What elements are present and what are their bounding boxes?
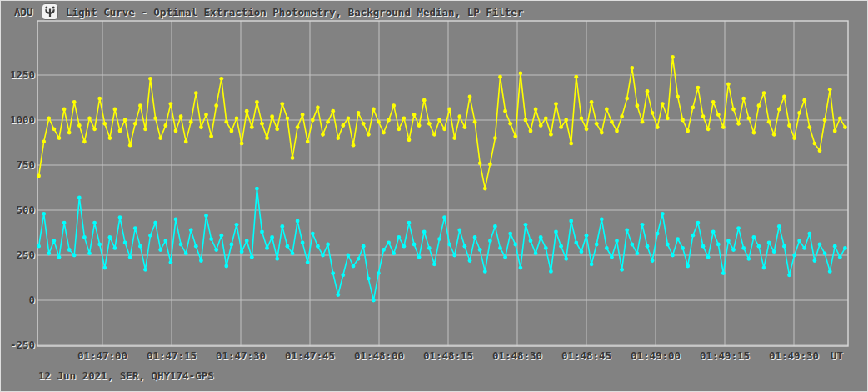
yellow-lightcurve-point: [452, 136, 456, 140]
cyan-lightcurve-point: [97, 243, 102, 247]
cyan-lightcurve-point: [230, 243, 234, 247]
yellow-lightcurve-point: [331, 109, 335, 113]
cyan-lightcurve-point: [372, 299, 376, 303]
yellow-lightcurve-point: [559, 125, 563, 129]
yellow-lightcurve-point: [67, 131, 72, 135]
yellow-lightcurve-point: [508, 122, 512, 126]
yellow-lightcurve-point: [209, 134, 213, 138]
cyan-lightcurve-point: [432, 262, 436, 266]
yellow-lightcurve-point: [174, 129, 178, 133]
yellow-lightcurve-point: [316, 105, 320, 109]
cyan-lightcurve-point: [153, 221, 157, 225]
cyan-lightcurve-point: [676, 237, 680, 241]
yellow-lightcurve-point: [564, 118, 568, 123]
cyan-lightcurve-point: [265, 246, 269, 250]
cyan-lightcurve-line: [39, 188, 846, 300]
cyan-lightcurve-point: [716, 243, 721, 247]
x-axis-tick-label: 01:48:00: [346, 349, 412, 362]
cyan-lightcurve-point: [772, 249, 776, 254]
cyan-lightcurve-point: [347, 254, 351, 258]
yellow-lightcurve-point: [123, 118, 127, 123]
cyan-lightcurve-point: [447, 243, 451, 247]
yellow-lightcurve-point: [47, 116, 51, 120]
yellow-lightcurve-point: [87, 116, 92, 120]
y-axis-tick-label: 1250: [3, 68, 35, 81]
yellow-lightcurve-point: [230, 129, 234, 133]
y-axis-tick-label: 1000: [3, 113, 35, 126]
cyan-lightcurve-point: [534, 251, 538, 255]
cyan-lightcurve-point: [498, 246, 502, 250]
yellow-lightcurve-point: [777, 108, 781, 112]
cyan-lightcurve-point: [559, 244, 563, 249]
cyan-lightcurve-point: [341, 273, 345, 277]
cyan-lightcurve-point: [802, 246, 806, 250]
yellow-lightcurve-point: [534, 108, 538, 112]
yellow-lightcurve-point: [529, 129, 533, 133]
cyan-lightcurve-point: [691, 234, 695, 238]
cyan-lightcurve-point: [118, 215, 122, 219]
x-axis-tick-label: 01:47:00: [69, 349, 136, 362]
yellow-lightcurve-point: [595, 122, 599, 126]
cyan-lightcurve-point: [585, 234, 589, 238]
footer-info-label: 12 Jun 2021, SER, QHY174-GPS: [38, 369, 214, 382]
cyan-lightcurve-point: [807, 232, 811, 236]
cyan-lightcurve-point: [488, 239, 492, 243]
yellow-lightcurve-point: [483, 187, 487, 191]
cyan-lightcurve-point: [352, 264, 356, 269]
yellow-lightcurve-point: [382, 131, 386, 135]
yellow-lightcurve-point: [108, 136, 112, 140]
yellow-lightcurve-point: [432, 133, 436, 137]
yellow-lightcurve-point: [473, 120, 477, 124]
light-curve-window: ADU Light Curve - Optimal Extraction Pho…: [0, 0, 868, 392]
y-axis-tick-label: -250: [3, 339, 35, 351]
yellow-lightcurve-point: [204, 113, 208, 117]
yellow-lightcurve-point: [447, 108, 451, 112]
cyan-lightcurve-point: [301, 241, 305, 245]
yellow-lightcurve-point: [148, 77, 152, 81]
yellow-lightcurve-point: [671, 55, 675, 59]
cyan-lightcurve-point: [224, 264, 228, 269]
cyan-lightcurve-point: [321, 254, 325, 258]
cyan-lightcurve-point: [240, 249, 244, 254]
x-axis-tick-label: 01:49:15: [691, 349, 758, 362]
yellow-lightcurve-point: [676, 95, 680, 99]
cyan-lightcurve-point: [128, 255, 132, 259]
yellow-lightcurve-point: [600, 131, 604, 135]
yellow-lightcurve-point: [696, 86, 701, 90]
cyan-lightcurve-point: [539, 235, 543, 239]
cyan-lightcurve-point: [457, 228, 461, 232]
cyan-lightcurve-point: [641, 223, 645, 227]
y-axis-tick-label: 250: [3, 249, 35, 261]
cyan-lightcurve-point: [706, 255, 711, 259]
cyan-lightcurve-point: [787, 273, 791, 277]
cyan-lightcurve-point: [782, 244, 786, 249]
yellow-lightcurve-point: [407, 138, 412, 142]
cyan-lightcurve-point: [736, 226, 741, 230]
cyan-lightcurve-point: [336, 293, 340, 297]
yellow-lightcurve-point: [417, 123, 422, 128]
y-axis-tick-label: 500: [3, 204, 35, 216]
cyan-lightcurve-point: [625, 228, 629, 232]
cyan-lightcurve-point: [777, 224, 781, 229]
cyan-lightcurve-point: [833, 244, 837, 249]
x-axis-tick-label: 01:48:45: [553, 349, 620, 362]
yellow-lightcurve-point: [615, 129, 619, 133]
yellow-lightcurve-point: [843, 125, 847, 129]
cyan-lightcurve-point: [250, 255, 254, 259]
cyan-lightcurve-point: [473, 235, 477, 239]
yellow-lightcurve-point: [245, 109, 249, 113]
light-curve-plot-area[interactable]: [0, 0, 868, 392]
cyan-lightcurve-point: [174, 217, 178, 221]
yellow-lightcurve-point: [92, 127, 97, 131]
x-axis-unit-label: UT: [811, 349, 843, 362]
yellow-lightcurve-point: [42, 140, 46, 144]
yellow-lightcurve-point: [199, 125, 203, 129]
cyan-lightcurve-point: [468, 259, 472, 263]
yellow-lightcurve-point: [493, 136, 497, 140]
yellow-lightcurve-point: [661, 102, 665, 106]
cyan-lightcurve-point: [519, 266, 523, 270]
yellow-lightcurve-point: [524, 118, 528, 123]
yellow-lightcurve-point: [397, 127, 401, 131]
cyan-lightcurve-point: [452, 254, 456, 258]
cyan-lightcurve-point: [595, 243, 599, 247]
